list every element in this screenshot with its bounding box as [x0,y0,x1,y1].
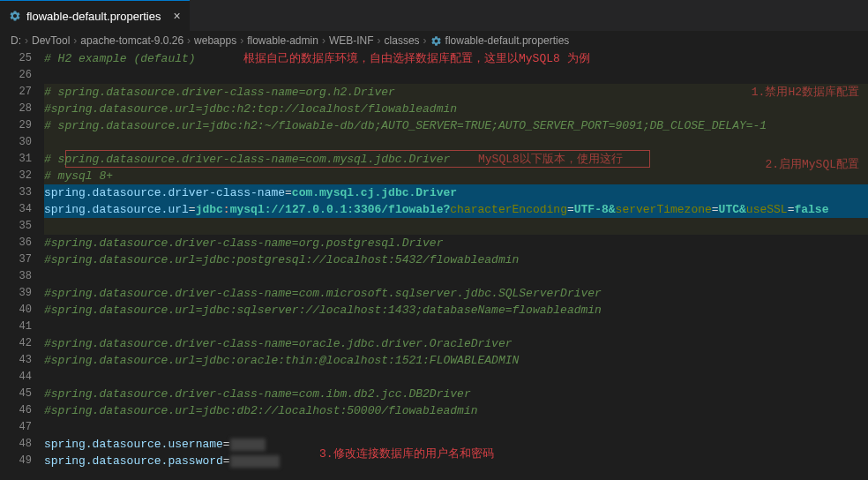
breadcrumb-part[interactable]: webapps [194,34,236,47]
breadcrumb: D:› DevTool› apache-tomcat-9.0.26› webap… [0,31,868,50]
code-line [44,134,868,151]
line-number-gutter: 2526272829 3031323334 3536373839 4041424… [0,50,44,469]
code-line: #spring.datasource.driver-class-name=com… [44,386,868,402]
breadcrumb-part[interactable]: WEB-INF [329,34,374,47]
gear-icon [430,35,442,47]
code-line [44,67,868,84]
code-area[interactable]: 根据自己的数据库环境，自由选择数据库配置，这里以MySQL8 为例 1.禁用H2… [44,50,868,469]
code-line: # spring.datasource.url=jdbc:h2:~/flowab… [44,117,868,134]
breadcrumb-part[interactable]: apache-tomcat-9.0.26 [80,34,183,47]
code-line [44,419,868,436]
breadcrumb-part[interactable]: D: [11,34,21,47]
tab-active[interactable]: flowable-default.properties × [0,0,190,31]
close-icon[interactable]: × [173,9,180,23]
code-line: #spring.datasource.driver-class-name=org… [44,235,868,251]
code-line [44,319,868,335]
code-line: # mysql 8+ [44,168,868,184]
code-line: # spring.datasource.driver-class-name=co… [44,151,868,168]
code-line: spring.datasource.url=jdbc:mysql://127.0… [44,201,868,218]
code-line: spring.datasource.driver-class-name=com.… [44,184,868,201]
tab-bar: flowable-default.properties × [0,0,868,31]
gear-icon [9,10,21,22]
code-line: #spring.datasource.url=jdbc:postgresql:/… [44,251,868,268]
code-line: #spring.datasource.driver-class-name=ora… [44,335,868,352]
breadcrumb-part[interactable]: classes [385,34,420,47]
code-line: #spring.datasource.url=jdbc:db2://localh… [44,402,868,419]
code-line [44,268,868,285]
code-line [44,218,868,235]
code-line: spring.datasource.password= [44,453,868,469]
code-line: #spring.datasource.url=jdbc:sqlserver://… [44,302,868,319]
code-line [44,369,868,386]
code-line: # H2 example (default) [44,50,868,67]
code-line: # spring.datasource.driver-class-name=or… [44,84,868,101]
code-line: #spring.datasource.driver-class-name=com… [44,285,868,302]
breadcrumb-part[interactable]: DevTool [32,34,70,47]
code-editor[interactable]: 2526272829 3031323334 3536373839 4041424… [0,50,868,469]
breadcrumb-part[interactable]: flowable-admin [247,34,318,47]
code-line: #spring.datasource.url=jdbc:h2:tcp://loc… [44,101,868,117]
tab-title: flowable-default.properties [26,10,161,23]
code-line: #spring.datasource.url=jdbc:oracle:thin:… [44,352,868,369]
code-line: spring.datasource.username= [44,436,868,453]
breadcrumb-part[interactable]: flowable-default.properties [445,34,570,47]
